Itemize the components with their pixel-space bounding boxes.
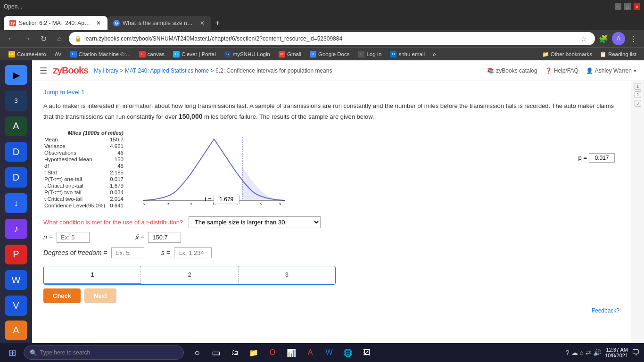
taskbar-widgets[interactable]: ▭ — [207, 344, 224, 361]
tray-icon-3[interactable]: ⌂ — [580, 349, 584, 356]
next-button[interactable]: Next — [84, 288, 116, 303]
sidebar-app-4[interactable]: D — [5, 142, 27, 162]
notification-icon[interactable]: 🗨 — [632, 348, 640, 358]
tab-close-zybooks[interactable]: ✕ — [96, 19, 102, 27]
reading-list[interactable]: 📋 Reading list — [597, 50, 639, 58]
scroll-dot-1[interactable]: 1 — [635, 83, 641, 90]
s-label: s = — [161, 249, 170, 256]
bookmark-snhuemail[interactable]: O snhu email — [386, 50, 429, 58]
taskbar-task-view[interactable]: ○ — [189, 344, 206, 361]
catalog-button[interactable]: 📚 zyBooks catalog — [487, 67, 537, 74]
other-bookmarks[interactable]: 📁 Other bookmarks — [539, 50, 595, 58]
sidebar-app-7[interactable]: ♪ — [5, 219, 27, 239]
zybooks-wrapper: ☰ zyBooks My library > MAT 240: Applied … — [32, 60, 644, 345]
feedback-row: Feedback? — [43, 307, 619, 314]
taskbar-word[interactable]: W — [321, 344, 338, 361]
s-input[interactable] — [174, 247, 212, 258]
bookmark-coursehero[interactable]: CH CourseHero — [5, 50, 50, 58]
bookmarks-more-button[interactable]: » — [429, 49, 439, 59]
taskbar-app-icons: ○ ▭ 🗂 📁 O 📊 A W 🌐 🖼 — [189, 344, 375, 361]
taskbar-folder[interactable]: 📁 — [245, 344, 262, 361]
bookmark-googledocs-favicon: D — [310, 51, 316, 58]
taskbar-photos[interactable]: 🖼 — [358, 344, 375, 361]
profile-icon[interactable]: A — [612, 32, 625, 45]
forward-button[interactable]: → — [21, 32, 34, 45]
scroll-dot-3[interactable]: 3 — [635, 100, 641, 107]
stats-table-row: P(T<=t) one-tail0.017 — [43, 176, 127, 182]
bookmark-clever-label: Clever | Portal — [182, 51, 216, 57]
extensions-icon[interactable]: 🧩 — [598, 33, 609, 44]
jump-to-level[interactable]: Jump to level 1 — [43, 89, 84, 96]
sidebar-app-5[interactable]: D — [5, 167, 27, 187]
df-input[interactable] — [111, 247, 144, 258]
bookmark-clever[interactable]: C Clever | Portal — [169, 50, 220, 58]
bookmark-star-icon[interactable]: ☆ — [578, 33, 589, 44]
taskbar-office[interactable]: O — [264, 344, 281, 361]
home-button[interactable]: ⌂ — [53, 32, 66, 45]
bookmark-citation[interactable]: C Citation Machine ®:... — [66, 50, 134, 58]
close-button[interactable]: ✕ — [634, 3, 640, 10]
check-button[interactable]: Check — [43, 288, 81, 303]
bookmark-mysnhu-label: mySNHU Login — [233, 51, 270, 57]
main-area: ▶ 3 A D D ↓ ♪ P W V A ☰ zyBooks My libra… — [0, 60, 644, 345]
tray-icon-4[interactable]: ⇄ — [586, 349, 591, 356]
bookmark-gmail[interactable]: M Gmail — [275, 50, 305, 58]
menu-icon[interactable]: ⋮ — [628, 33, 639, 44]
hamburger-menu-button[interactable]: ☰ — [40, 66, 47, 76]
sidebar-app-6[interactable]: ↓ — [5, 193, 27, 213]
bookmark-googledocs[interactable]: D Google Docs — [306, 50, 353, 58]
address-bar[interactable]: 🔒 learn.zybooks.com/zybook/SNHUMAT240Mas… — [69, 32, 595, 45]
breadcrumb-sep2: > — [211, 67, 215, 74]
taskbar-excel[interactable]: 📊 — [283, 344, 300, 361]
catalog-icon: 📚 — [487, 67, 494, 74]
scroll-dot-2[interactable]: 2 — [635, 91, 641, 98]
sidebar-app-2[interactable]: 3 — [5, 90, 27, 110]
tab-zybooks[interactable]: zy Section 6.2 - MAT 240: Applied S... ✕ — [4, 16, 107, 30]
user-profile[interactable]: 👤 Ashley Warren ▾ — [586, 67, 636, 74]
sidebar-app-8[interactable]: P — [5, 245, 27, 264]
bookmark-canvas[interactable]: C canvas — [135, 50, 168, 58]
t-value-input[interactable] — [214, 195, 239, 204]
tray-icon-1[interactable]: ? — [566, 349, 570, 356]
bookmark-av[interactable]: AV — [51, 50, 66, 58]
sidebar-app-3[interactable]: A — [5, 116, 27, 136]
lock-icon: 🔒 — [74, 35, 82, 42]
taskbar-chrome[interactable]: 🌐 — [339, 344, 356, 361]
tray-icon-2[interactable]: ☁ — [571, 349, 578, 356]
sidebar-app-9[interactable]: W — [5, 270, 27, 290]
sidebar-app-1[interactable]: ▶ — [5, 65, 27, 85]
progress-tab-2[interactable]: 2 — [141, 266, 238, 284]
back-button[interactable]: ← — [5, 32, 18, 45]
taskbar-clock[interactable]: 12:37 AM 10/8/2021 — [605, 347, 628, 358]
reload-button[interactable]: ↻ — [37, 32, 50, 45]
volume-icon[interactable]: 🔊 — [593, 349, 601, 356]
stat-label: t Critical two-tail — [43, 196, 109, 202]
sidebar-app-10[interactable]: V — [5, 296, 27, 315]
tab-google[interactable]: G What is the sample size n? The c... ✕ — [107, 16, 211, 30]
tab-close-google[interactable]: ✕ — [199, 19, 206, 27]
bookmark-login[interactable]: L Log In — [354, 50, 385, 58]
progress-tab-3[interactable]: 3 — [239, 266, 335, 284]
stat-value: 2.014 — [109, 196, 127, 202]
bookmark-citation-favicon: C — [70, 51, 77, 58]
bookmark-mysnhu[interactable]: S mySNHU Login — [221, 50, 274, 58]
action-buttons: Check Next — [43, 288, 619, 303]
sidebar-app-orange[interactable]: A — [5, 321, 27, 340]
n-input[interactable] — [57, 232, 90, 243]
taskbar-adobe[interactable]: A — [302, 344, 319, 361]
maximize-button[interactable]: □ — [624, 3, 631, 10]
feedback-link[interactable]: Feedback? — [592, 307, 619, 314]
taskbar-files[interactable]: 🗂 — [226, 344, 243, 361]
condition-dropdown[interactable]: The sample size is larger than 30. The p… — [189, 216, 321, 228]
start-button[interactable]: ⊞ — [4, 344, 21, 361]
breadcrumb-mylibrary[interactable]: My library — [94, 67, 118, 74]
new-tab-button[interactable]: + — [211, 16, 224, 30]
p-value-input[interactable] — [589, 153, 615, 163]
progress-tab-1[interactable]: 1 — [44, 266, 141, 284]
help-button[interactable]: ❓ Help/FAQ — [545, 67, 578, 74]
taskbar-search[interactable]: 🔍 Type here to search — [24, 346, 184, 360]
minimize-button[interactable]: ─ — [615, 3, 621, 10]
bookmark-coursehero-label: CourseHero — [17, 51, 46, 57]
breadcrumb-course[interactable]: MAT 240: Applied Statistics home — [125, 67, 209, 74]
xbar-input[interactable] — [148, 232, 181, 243]
